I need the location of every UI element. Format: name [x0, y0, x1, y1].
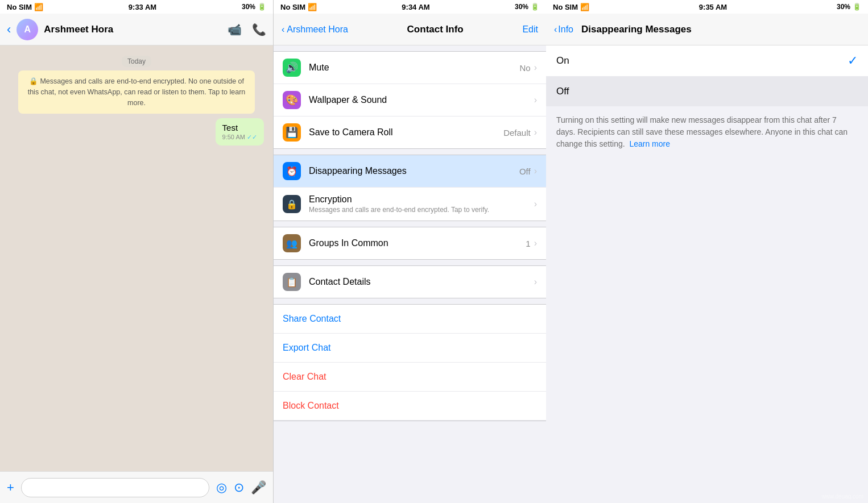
settings-group-4: 📋 Contact Details › [274, 265, 546, 298]
menu-row-groups[interactable]: 👥 Groups In Common 1 › [274, 227, 546, 259]
back-button[interactable]: ‹ [7, 22, 11, 37]
wifi-icon-3: 📶 [580, 3, 589, 11]
disappearing-label: Disappearing Messages [309, 166, 407, 176]
wifi-icon-2: 📶 [308, 3, 317, 11]
panel-disappear: No SIM 📶 9:35 AM 30% 🔋 ‹ Info Disappeari… [546, 0, 868, 503]
contact-details-content: Contact Details [309, 277, 534, 287]
option-on-check: ✓ [848, 53, 858, 68]
edit-button[interactable]: Edit [522, 24, 538, 35]
time-2: 9:34 AM [402, 3, 429, 11]
menu-row-contact-details[interactable]: 📋 Contact Details › [274, 266, 546, 298]
status-bar-left-2: No SIM 📶 [280, 3, 317, 11]
menu-row-camera-roll[interactable]: 💾 Save to Camera Roll Default › [274, 117, 546, 148]
disappear-body: On ✓ Off Turning on this setting will ma… [546, 45, 868, 503]
chat-header-icons: 📹 📞 [228, 23, 266, 36]
camera-roll-value: Default [503, 128, 531, 138]
encryption-text: 🔒 Messages and calls are end-to-end encr… [28, 77, 246, 107]
groups-content: Groups In Common [309, 238, 526, 248]
carrier-2: No SIM [280, 3, 305, 11]
bubble-content: Test 9:50 AM ✓✓ [216, 118, 264, 146]
bubble-check: ✓✓ [247, 134, 257, 140]
back-label-2: Arshmeet Hora [287, 24, 348, 35]
option-off-label: Off [556, 86, 569, 97]
learn-more-link[interactable]: Learn more [629, 139, 670, 148]
mute-label: Mute [309, 63, 329, 72]
status-bar-right-3: 30% 🔋 [837, 3, 861, 11]
status-bar-right-1: 30% 🔋 [242, 3, 266, 11]
bubble-meta: 9:50 AM ✓✓ [222, 134, 257, 141]
mute-chevron: › [534, 63, 537, 73]
panel-contact: No SIM 📶 9:34 AM 30% 🔋 ‹ Arshmeet Hora C… [273, 0, 546, 503]
contact-back-button[interactable]: ‹ Arshmeet Hora [282, 24, 348, 35]
encryption-content: Encryption Messages and calls are end-to… [309, 194, 534, 214]
export-chat-row[interactable]: Export Chat [274, 334, 546, 363]
contact-details-label: Contact Details [309, 277, 371, 286]
clear-chat-row[interactable]: Clear Chat [274, 363, 546, 392]
disappear-description: Turning on this setting will make new me… [546, 106, 868, 158]
chat-input-bar: + ◎ ⊙ 🎤 [0, 471, 273, 503]
block-contact-row[interactable]: Block Contact [274, 392, 546, 421]
mute-content: Mute [309, 63, 519, 73]
status-bar-left-1: No SIM 📶 [7, 3, 43, 11]
settings-group-3: 👥 Groups In Common 1 › [274, 227, 546, 260]
disappearing-chevron: › [534, 166, 537, 176]
disappearing-content: Disappearing Messages [309, 166, 519, 176]
menu-row-disappearing[interactable]: ⏰ Disappearing Messages Off › [274, 155, 546, 188]
settings-group-2: ⏰ Disappearing Messages Off › 🔒 Encrypti… [274, 155, 546, 221]
encryption-icon: 🔒 [283, 195, 301, 213]
back-info-label: Info [558, 24, 573, 35]
camera-roll-icon: 💾 [283, 123, 301, 142]
encryption-sublabel: Messages and calls are end-to-end encryp… [309, 206, 534, 214]
video-call-icon[interactable]: 📹 [228, 23, 242, 36]
contact-name[interactable]: Arshmeet Hora [44, 24, 222, 35]
wallpaper-icon: 🎨 [283, 91, 301, 109]
panel-chat: No SIM 📶 9:33 AM 30% 🔋 ‹ A Arshmeet Hora… [0, 0, 273, 503]
avatar: A [16, 19, 38, 40]
battery-3: 30% [837, 3, 850, 11]
date-badge: Today [7, 56, 266, 66]
mic-icon[interactable]: 🎤 [251, 480, 266, 495]
option-off-row[interactable]: Off [546, 77, 868, 106]
encryption-chevron: › [534, 199, 537, 209]
date-badge-text: Today [122, 56, 151, 67]
battery-icon-1: 🔋 [258, 3, 266, 11]
contact-details-chevron: › [534, 277, 537, 287]
message-input[interactable] [21, 478, 209, 497]
contact-body: 🔊 Mute No › 🎨 Wallpaper & Sound › 💾 Save… [274, 45, 546, 503]
contact-details-icon: 📋 [283, 273, 301, 291]
chat-header: ‹ A Arshmeet Hora 📹 📞 [0, 14, 273, 45]
battery-2: 30% [515, 3, 528, 11]
disappear-title: Disappearing Messages [581, 24, 692, 35]
groups-label: Groups In Common [309, 238, 388, 248]
battery-1: 30% [242, 3, 255, 11]
menu-row-encryption[interactable]: 🔒 Encryption Messages and calls are end-… [274, 188, 546, 221]
menu-row-wallpaper[interactable]: 🎨 Wallpaper & Sound › [274, 84, 546, 117]
disappearing-icon: ⏰ [283, 162, 301, 180]
share-contact-row[interactable]: Share Contact [274, 305, 546, 334]
camera-roll-content: Save to Camera Roll [309, 127, 503, 138]
option-on-row[interactable]: On ✓ [546, 45, 868, 77]
status-bar-2: No SIM 📶 9:34 AM 30% 🔋 [274, 0, 546, 14]
back-chevron-2: ‹ [282, 24, 284, 35]
camera-roll-label: Save to Camera Roll [309, 127, 393, 137]
menu-row-mute[interactable]: 🔊 Mute No › [274, 52, 546, 84]
encryption-notice[interactable]: 🔒 Messages and calls are end-to-end encr… [18, 70, 255, 114]
groups-icon: 👥 [283, 234, 301, 252]
status-bar-right-2: 30% 🔋 [515, 3, 539, 11]
contact-info-title: Contact Info [407, 24, 464, 35]
carrier-1: No SIM [7, 3, 32, 11]
clear-chat-label: Clear Chat [283, 372, 326, 381]
voice-call-icon[interactable]: 📞 [252, 23, 266, 36]
wallpaper-content: Wallpaper & Sound [309, 95, 534, 105]
wallpaper-chevron: › [534, 95, 537, 105]
mute-value: No [519, 63, 530, 73]
disappear-back-button[interactable]: ‹ Info [554, 24, 573, 35]
camera-roll-chevron: › [534, 127, 537, 138]
chat-bubble: Test 9:50 AM ✓✓ [9, 118, 264, 146]
sticker-icon[interactable]: ◎ [216, 480, 227, 495]
camera-icon[interactable]: ⊙ [234, 480, 244, 495]
actions-group: Share Contact Export Chat Clear Chat Blo… [274, 304, 546, 421]
status-bar-1: No SIM 📶 9:33 AM 30% 🔋 [0, 0, 273, 14]
wifi-icon-1: 📶 [34, 3, 43, 11]
plus-icon[interactable]: + [7, 480, 14, 495]
